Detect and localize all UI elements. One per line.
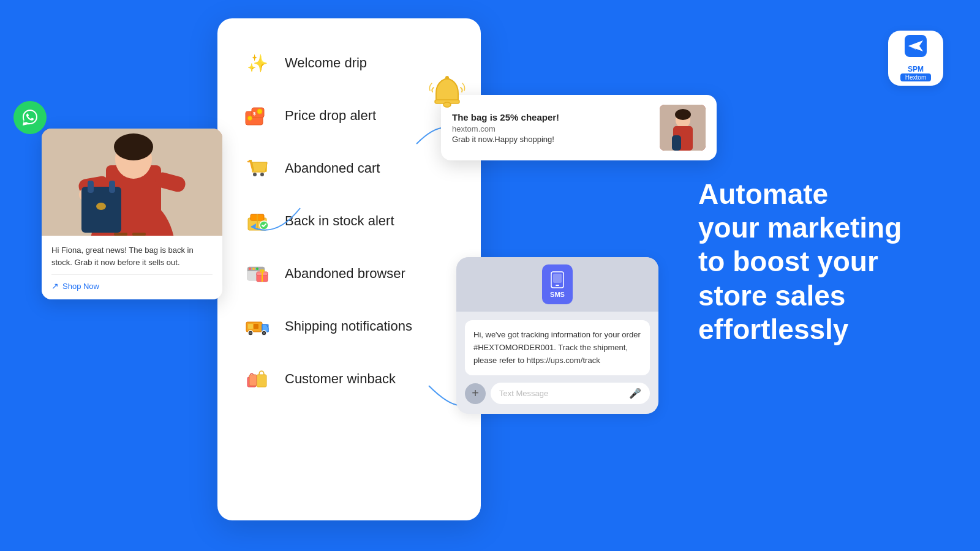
- svg-rect-13: [114, 233, 127, 236]
- price-drop-icon: $: [242, 100, 273, 131]
- svg-point-16: [248, 116, 252, 121]
- svg-rect-43: [254, 324, 258, 329]
- sms-icon: SMS: [542, 264, 573, 304]
- svg-point-19: [257, 109, 262, 114]
- abandoned-cart-icon: [242, 153, 273, 184]
- welcome-drip-label: Welcome drip: [285, 55, 367, 71]
- notification-desc: Grab it now.Happy shopping!: [452, 135, 651, 144]
- spm-plane-icon: [905, 35, 927, 61]
- svg-point-22: [253, 173, 257, 176]
- price-drop-notification: The bag is 25% cheaper! hextom.com Grab …: [441, 95, 717, 160]
- sms-card-header: SMS: [456, 257, 658, 312]
- feature-item-abandoned-browser[interactable]: Abandoned browser: [217, 247, 481, 300]
- whatsapp-card: Hi Fiona, great news! The bag is back in…: [42, 129, 222, 299]
- sms-message-text: Hi, we've got tracking information for y…: [473, 330, 641, 365]
- headline-line5: effortlessly: [698, 313, 848, 345]
- svg-rect-54: [672, 135, 681, 151]
- spm-logo: SPM Hextom: [888, 31, 943, 86]
- svg-rect-10: [88, 181, 94, 193]
- svg-point-41: [263, 332, 265, 334]
- abandoned-cart-label: Abandoned cart: [285, 160, 380, 176]
- right-headline-section: Automate your marketing to boost your st…: [698, 178, 931, 347]
- abandoned-browser-label: Abandoned browser: [285, 266, 405, 282]
- shipping-icon: [242, 311, 273, 342]
- bell-icon-container: [429, 72, 466, 114]
- svg-rect-42: [248, 324, 253, 329]
- sms-input-area[interactable]: + Text Message 🎤: [465, 383, 650, 404]
- shop-now-link[interactable]: ↗ Shop Now: [51, 281, 213, 291]
- hextom-text: Hextom: [900, 73, 931, 81]
- notification-url: hextom.com: [452, 124, 651, 133]
- notification-product-image: [660, 105, 706, 151]
- svg-rect-14: [132, 233, 146, 236]
- svg-point-39: [249, 332, 252, 334]
- whatsapp-card-text: Hi Fiona, great news! The bag is back in…: [51, 244, 213, 268]
- sms-add-button[interactable]: +: [465, 383, 486, 404]
- winback-icon: [242, 364, 273, 394]
- svg-rect-57: [556, 285, 559, 286]
- feature-item-shipping[interactable]: Shipping notifications: [217, 300, 481, 353]
- shipping-label: Shipping notifications: [285, 318, 412, 334]
- sms-text-input[interactable]: Text Message 🎤: [491, 383, 650, 404]
- abandoned-cart-arrow: [239, 190, 312, 251]
- svg-point-31: [249, 268, 251, 270]
- headline-line2: your marketing: [698, 212, 902, 244]
- svg-point-32: [252, 268, 255, 270]
- whatsapp-icon: [13, 101, 47, 134]
- svg-point-33: [256, 268, 258, 270]
- notification-content: The bag is 25% cheaper! hextom.com Grab …: [452, 112, 651, 144]
- headline-line1: Automate: [698, 178, 828, 210]
- notification-title: The bag is 25% cheaper!: [452, 112, 651, 122]
- welcome-drip-icon: ✨: [242, 48, 273, 78]
- sms-placeholder: Text Message: [499, 389, 548, 398]
- svg-text:$: $: [253, 111, 256, 116]
- microphone-icon: 🎤: [629, 388, 641, 399]
- winback-label: Customer winback: [285, 371, 396, 387]
- svg-rect-56: [553, 274, 562, 283]
- svg-point-52: [675, 109, 691, 120]
- abandoned-browser-icon: [242, 258, 273, 289]
- whatsapp-card-image: [42, 129, 222, 236]
- svg-rect-11: [109, 181, 115, 193]
- svg-point-12: [96, 203, 106, 210]
- price-drop-label: Price drop alert: [285, 108, 376, 124]
- svg-rect-46: [249, 375, 257, 386]
- svg-rect-45: [257, 375, 266, 387]
- svg-point-48: [443, 102, 451, 107]
- spm-text: SPM: [908, 65, 924, 73]
- headline: Automate your marketing to boost your st…: [698, 178, 931, 347]
- headline-line3: to boost your: [698, 246, 878, 277]
- svg-marker-59: [251, 223, 256, 230]
- external-link-icon: ↗: [51, 281, 59, 291]
- headline-line4: store sales: [698, 280, 845, 312]
- sms-message-bubble: Hi, we've got tracking information for y…: [465, 320, 650, 375]
- sms-card: SMS Hi, we've got tracking information f…: [456, 257, 658, 414]
- svg-rect-49: [445, 76, 449, 80]
- svg-point-23: [260, 173, 264, 176]
- svg-point-5: [114, 133, 153, 160]
- whatsapp-card-body: Hi Fiona, great news! The bag is back in…: [42, 236, 222, 299]
